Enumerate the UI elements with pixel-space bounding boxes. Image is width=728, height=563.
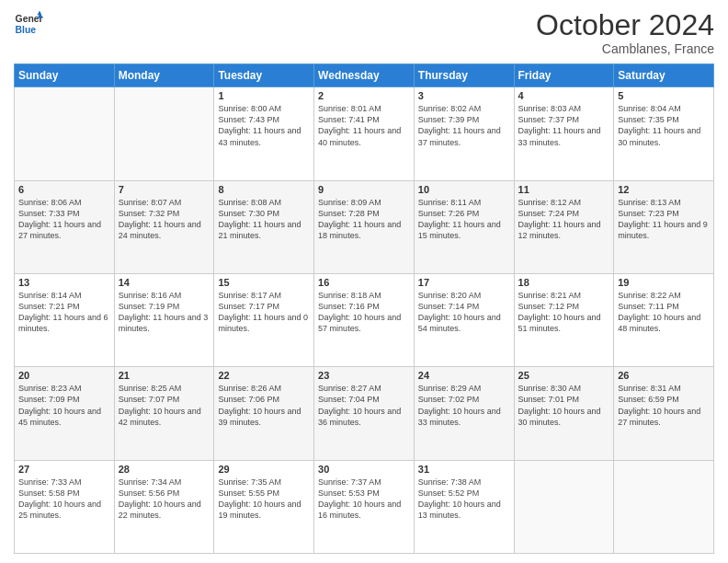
title-block: October 2024 Camblanes, France (536, 9, 714, 56)
day-number: 7 (119, 184, 210, 195)
day-info: Sunrise: 8:06 AM Sunset: 7:33 PM Dayligh… (18, 197, 110, 242)
weekday-header-row: SundayMondayTuesdayWednesdayThursdayFrid… (15, 64, 714, 87)
day-info: Sunrise: 8:22 AM Sunset: 7:11 PM Dayligh… (618, 290, 710, 335)
weekday-header-tuesday: Tuesday (214, 64, 314, 87)
calendar-cell: 20Sunrise: 8:23 AM Sunset: 7:09 PM Dayli… (15, 367, 115, 460)
calendar-week-row: 6Sunrise: 8:06 AM Sunset: 7:33 PM Daylig… (15, 180, 714, 273)
day-number: 23 (318, 370, 410, 381)
calendar-cell: 27Sunrise: 7:33 AM Sunset: 5:58 PM Dayli… (15, 460, 115, 553)
calendar-week-row: 13Sunrise: 8:14 AM Sunset: 7:21 PM Dayli… (15, 273, 714, 366)
logo: General Blue (14, 9, 43, 39)
calendar-cell: 10Sunrise: 8:11 AM Sunset: 7:26 PM Dayli… (414, 180, 514, 273)
day-info: Sunrise: 8:20 AM Sunset: 7:14 PM Dayligh… (418, 290, 510, 335)
day-number: 5 (618, 90, 710, 101)
calendar-cell (15, 87, 115, 180)
day-number: 1 (218, 90, 310, 101)
calendar-cell: 6Sunrise: 8:06 AM Sunset: 7:33 PM Daylig… (15, 180, 115, 273)
day-number: 10 (418, 184, 510, 195)
day-number: 17 (418, 277, 510, 288)
day-info: Sunrise: 8:17 AM Sunset: 7:17 PM Dayligh… (218, 290, 310, 335)
day-info: Sunrise: 8:01 AM Sunset: 7:41 PM Dayligh… (318, 103, 410, 148)
day-number: 27 (18, 464, 110, 475)
day-number: 16 (318, 277, 410, 288)
day-info: Sunrise: 8:25 AM Sunset: 7:07 PM Dayligh… (119, 383, 210, 428)
day-info: Sunrise: 8:03 AM Sunset: 7:37 PM Dayligh… (518, 103, 610, 148)
calendar-cell: 30Sunrise: 7:37 AM Sunset: 5:53 PM Dayli… (314, 460, 415, 553)
calendar-cell: 8Sunrise: 8:08 AM Sunset: 7:30 PM Daylig… (214, 180, 314, 273)
calendar-cell: 21Sunrise: 8:25 AM Sunset: 7:07 PM Dayli… (114, 367, 214, 460)
location: Camblanes, France (536, 41, 714, 56)
calendar-cell: 28Sunrise: 7:34 AM Sunset: 5:56 PM Dayli… (114, 460, 214, 553)
day-info: Sunrise: 8:18 AM Sunset: 7:16 PM Dayligh… (318, 290, 410, 335)
day-number: 8 (218, 184, 310, 195)
calendar-cell (514, 460, 614, 553)
day-info: Sunrise: 8:08 AM Sunset: 7:30 PM Dayligh… (218, 197, 310, 242)
day-number: 22 (218, 370, 310, 381)
calendar-cell: 12Sunrise: 8:13 AM Sunset: 7:23 PM Dayli… (614, 180, 714, 273)
day-info: Sunrise: 7:38 AM Sunset: 5:52 PM Dayligh… (418, 477, 510, 522)
day-info: Sunrise: 8:27 AM Sunset: 7:04 PM Dayligh… (318, 383, 410, 428)
day-number: 4 (518, 90, 610, 101)
calendar-cell: 13Sunrise: 8:14 AM Sunset: 7:21 PM Dayli… (15, 273, 115, 366)
day-number: 30 (318, 464, 410, 475)
day-info: Sunrise: 8:23 AM Sunset: 7:09 PM Dayligh… (18, 383, 110, 428)
day-info: Sunrise: 7:33 AM Sunset: 5:58 PM Dayligh… (18, 477, 110, 522)
calendar-cell (614, 460, 714, 553)
day-number: 13 (18, 277, 110, 288)
logo-icon: General Blue (14, 9, 43, 39)
weekday-header-friday: Friday (514, 64, 614, 87)
calendar-cell: 17Sunrise: 8:20 AM Sunset: 7:14 PM Dayli… (414, 273, 514, 366)
calendar-cell: 7Sunrise: 8:07 AM Sunset: 7:32 PM Daylig… (114, 180, 214, 273)
day-info: Sunrise: 8:11 AM Sunset: 7:26 PM Dayligh… (418, 197, 510, 242)
day-number: 21 (119, 370, 210, 381)
day-info: Sunrise: 8:13 AM Sunset: 7:23 PM Dayligh… (618, 197, 710, 242)
day-number: 2 (318, 90, 410, 101)
day-info: Sunrise: 8:12 AM Sunset: 7:24 PM Dayligh… (518, 197, 610, 242)
day-number: 6 (18, 184, 110, 195)
day-info: Sunrise: 8:07 AM Sunset: 7:32 PM Dayligh… (119, 197, 210, 242)
day-info: Sunrise: 8:26 AM Sunset: 7:06 PM Dayligh… (218, 383, 310, 428)
calendar-week-row: 1Sunrise: 8:00 AM Sunset: 7:43 PM Daylig… (15, 87, 714, 180)
calendar-cell: 24Sunrise: 8:29 AM Sunset: 7:02 PM Dayli… (414, 367, 514, 460)
day-number: 24 (418, 370, 510, 381)
day-number: 19 (618, 277, 710, 288)
calendar-cell: 25Sunrise: 8:30 AM Sunset: 7:01 PM Dayli… (514, 367, 614, 460)
day-number: 25 (518, 370, 610, 381)
calendar-cell: 4Sunrise: 8:03 AM Sunset: 7:37 PM Daylig… (514, 87, 614, 180)
calendar-cell: 16Sunrise: 8:18 AM Sunset: 7:16 PM Dayli… (314, 273, 415, 366)
weekday-header-wednesday: Wednesday (314, 64, 415, 87)
month-title: October 2024 (536, 9, 714, 41)
day-number: 26 (618, 370, 710, 381)
calendar-cell: 31Sunrise: 7:38 AM Sunset: 5:52 PM Dayli… (414, 460, 514, 553)
calendar-cell (114, 87, 214, 180)
day-info: Sunrise: 8:04 AM Sunset: 7:35 PM Dayligh… (618, 103, 710, 148)
calendar-cell: 9Sunrise: 8:09 AM Sunset: 7:28 PM Daylig… (314, 180, 415, 273)
calendar-cell: 11Sunrise: 8:12 AM Sunset: 7:24 PM Dayli… (514, 180, 614, 273)
calendar-cell: 1Sunrise: 8:00 AM Sunset: 7:43 PM Daylig… (214, 87, 314, 180)
calendar-cell: 15Sunrise: 8:17 AM Sunset: 7:17 PM Dayli… (214, 273, 314, 366)
calendar-cell: 2Sunrise: 8:01 AM Sunset: 7:41 PM Daylig… (314, 87, 415, 180)
day-info: Sunrise: 8:00 AM Sunset: 7:43 PM Dayligh… (218, 103, 310, 148)
weekday-header-sunday: Sunday (15, 64, 115, 87)
day-info: Sunrise: 7:34 AM Sunset: 5:56 PM Dayligh… (119, 477, 210, 522)
day-number: 11 (518, 184, 610, 195)
day-number: 31 (418, 464, 510, 475)
weekday-header-thursday: Thursday (414, 64, 514, 87)
day-info: Sunrise: 8:21 AM Sunset: 7:12 PM Dayligh… (518, 290, 610, 335)
day-info: Sunrise: 8:09 AM Sunset: 7:28 PM Dayligh… (318, 197, 410, 242)
calendar-cell: 18Sunrise: 8:21 AM Sunset: 7:12 PM Dayli… (514, 273, 614, 366)
calendar-cell: 14Sunrise: 8:16 AM Sunset: 7:19 PM Dayli… (114, 273, 214, 366)
day-info: Sunrise: 7:35 AM Sunset: 5:55 PM Dayligh… (218, 477, 310, 522)
calendar-cell: 5Sunrise: 8:04 AM Sunset: 7:35 PM Daylig… (614, 87, 714, 180)
calendar-week-row: 27Sunrise: 7:33 AM Sunset: 5:58 PM Dayli… (15, 460, 714, 553)
calendar-cell: 3Sunrise: 8:02 AM Sunset: 7:39 PM Daylig… (414, 87, 514, 180)
calendar-week-row: 20Sunrise: 8:23 AM Sunset: 7:09 PM Dayli… (15, 367, 714, 460)
weekday-header-saturday: Saturday (614, 64, 714, 87)
day-info: Sunrise: 8:16 AM Sunset: 7:19 PM Dayligh… (119, 290, 210, 335)
day-info: Sunrise: 7:37 AM Sunset: 5:53 PM Dayligh… (318, 477, 410, 522)
day-number: 12 (618, 184, 710, 195)
day-number: 28 (119, 464, 210, 475)
day-number: 15 (218, 277, 310, 288)
calendar-cell: 22Sunrise: 8:26 AM Sunset: 7:06 PM Dayli… (214, 367, 314, 460)
day-number: 29 (218, 464, 310, 475)
